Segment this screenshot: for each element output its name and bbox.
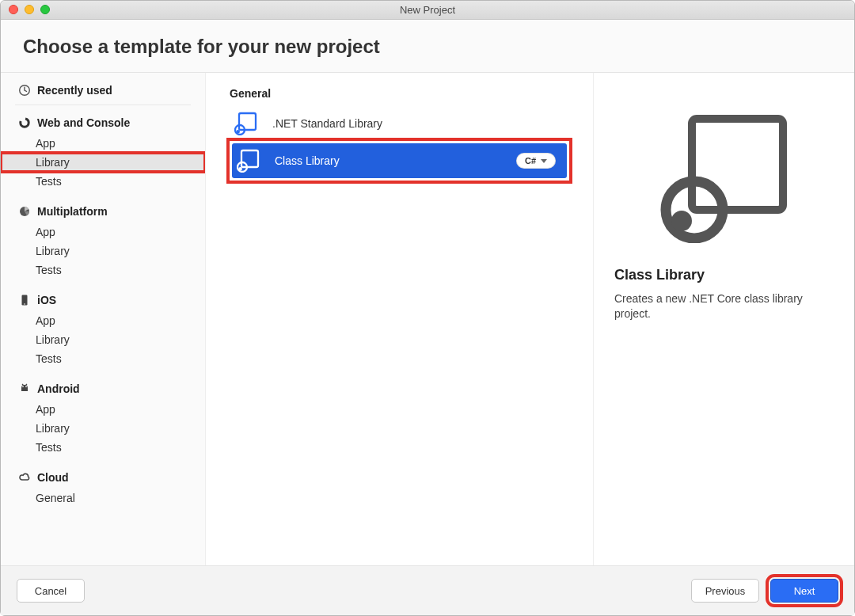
sidebar-item-label: Tests (36, 264, 62, 276)
sidebar-section-label: Android (37, 382, 80, 395)
sidebar-section-label: Multiplatform (37, 205, 108, 218)
svg-point-4 (24, 303, 25, 305)
footer: Cancel Previous Next (1, 566, 854, 615)
library-icon (237, 149, 260, 173)
sidebar-section-web-console[interactable]: Web and Console (1, 110, 205, 134)
detail-description: Creates a new .NET Core class library pr… (614, 291, 834, 321)
separator (15, 105, 191, 105)
svg-point-1 (21, 119, 28, 127)
cancel-button[interactable]: Cancel (17, 579, 85, 603)
sidebar-recently-used[interactable]: Recently used (1, 73, 205, 101)
sidebar-item-label: Tests (36, 175, 62, 188)
cloud-icon (18, 471, 31, 484)
sidebar-item-and-app[interactable]: App (1, 400, 205, 419)
svg-point-14 (239, 167, 242, 170)
svg-point-17 (671, 211, 692, 231)
sidebar: Recently used Web and Console App Librar… (1, 73, 206, 565)
sidebar-item-label: App (36, 137, 55, 150)
template-section-title: General (230, 87, 569, 100)
sidebar-item-cl-general[interactable]: General (1, 489, 205, 508)
sidebar-item-label: App (36, 226, 55, 238)
svg-rect-15 (692, 119, 783, 210)
sidebar-item-label: Library (36, 422, 70, 435)
next-button[interactable]: Next (770, 579, 838, 603)
header: Choose a template for your new project (1, 20, 854, 72)
phone-icon (18, 294, 31, 306)
sidebar-section-cloud[interactable]: Cloud (1, 465, 205, 489)
template-class-library[interactable]: Class Library C# (232, 143, 567, 178)
library-large-icon (659, 112, 789, 243)
language-label: C# (525, 156, 536, 165)
template-list: General .NET Standard Library Class Libr… (206, 73, 593, 565)
sidebar-item-label: Tests (36, 352, 62, 365)
sidebar-item-label: Library (36, 333, 70, 346)
sidebar-item-mp-tests[interactable]: Tests (1, 260, 205, 279)
svg-point-5 (22, 386, 24, 388)
library-icon (234, 112, 258, 135)
ring-icon (18, 116, 31, 129)
sidebar-item-and-tests[interactable]: Tests (1, 438, 205, 457)
android-icon (18, 382, 31, 395)
sidebar-section-ios[interactable]: iOS (1, 287, 205, 311)
svg-line-8 (26, 384, 27, 385)
sidebar-item-ios-app[interactable]: App (1, 311, 205, 330)
window-title: New Project (1, 1, 854, 20)
sidebar-item-label: General (36, 492, 75, 504)
sidebar-section-multiplatform[interactable]: Multiplatform (1, 199, 205, 222)
svg-rect-12 (241, 150, 258, 167)
template-label: .NET Standard Library (272, 117, 558, 130)
svg-point-6 (25, 386, 27, 388)
sidebar-section-label: Web and Console (37, 116, 130, 129)
body: Recently used Web and Console App Librar… (1, 72, 854, 566)
sidebar-recently-used-label: Recently used (37, 84, 112, 97)
sidebar-item-wc-tests[interactable]: Tests (1, 172, 205, 191)
template-detail: Class Library Creates a new .NET Core cl… (593, 73, 854, 565)
detail-title: Class Library (614, 267, 705, 283)
sidebar-item-ios-tests[interactable]: Tests (1, 349, 205, 368)
sidebar-item-label: Library (36, 245, 70, 257)
sidebar-section-label: Cloud (37, 471, 69, 484)
template-label: Class Library (275, 154, 502, 167)
svg-line-7 (22, 384, 23, 385)
template-net-standard-library[interactable]: .NET Standard Library (230, 106, 569, 141)
sidebar-item-label: Tests (36, 441, 62, 454)
svg-rect-9 (239, 113, 256, 130)
svg-point-11 (237, 130, 240, 133)
annotation-highlight: Class Library C# (230, 141, 569, 181)
sidebar-item-wc-app[interactable]: App (1, 134, 205, 153)
language-selector[interactable]: C# (516, 153, 556, 169)
titlebar: New Project (1, 1, 854, 20)
sidebar-item-mp-library[interactable]: Library (1, 241, 205, 260)
new-project-window: New Project Choose a template for your n… (0, 0, 855, 616)
sidebar-item-label: App (36, 403, 55, 416)
clock-icon (18, 84, 31, 97)
pie-icon (18, 205, 31, 218)
sidebar-item-label: App (36, 314, 55, 327)
chevron-down-icon (541, 159, 547, 163)
sidebar-item-label: Library (36, 156, 70, 169)
sidebar-item-ios-library[interactable]: Library (1, 330, 205, 349)
sidebar-item-mp-app[interactable]: App (1, 222, 205, 241)
sidebar-section-label: iOS (37, 294, 56, 306)
sidebar-item-wc-library[interactable]: Library (1, 153, 205, 172)
previous-button[interactable]: Previous (691, 579, 759, 603)
sidebar-section-android[interactable]: Android (1, 376, 205, 400)
sidebar-item-and-library[interactable]: Library (1, 419, 205, 438)
page-title: Choose a template for your new project (23, 36, 832, 58)
